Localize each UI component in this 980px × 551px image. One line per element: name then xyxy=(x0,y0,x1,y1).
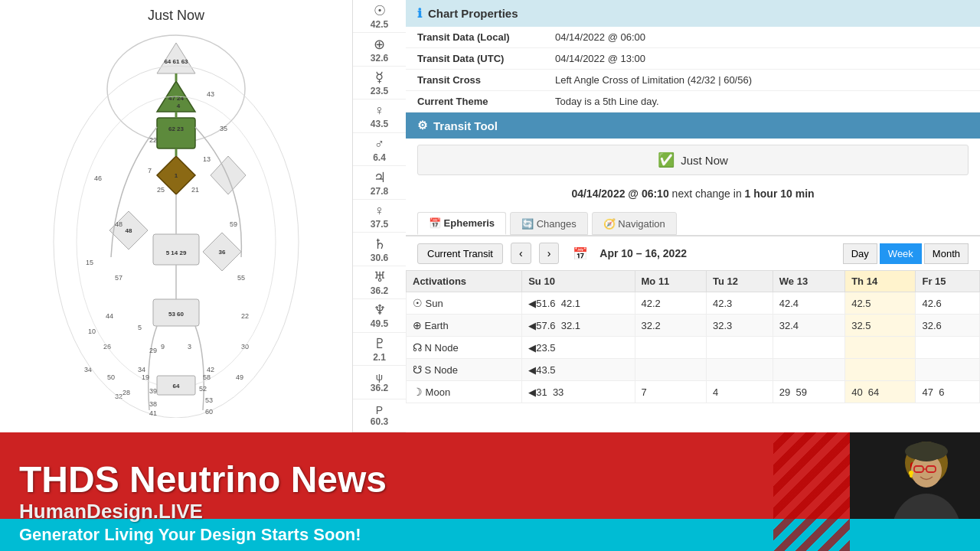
planet-uranus[interactable]: ♅ 36.2 xyxy=(353,266,406,299)
svg-text:5: 5 xyxy=(138,324,142,331)
planet-venus2[interactable]: ♀ 37.5 xyxy=(353,200,406,233)
svg-point-78 xyxy=(910,474,913,478)
ephemeris-table: Activations Su 10 Mo 11 Tu 12 We 13 Th 1… xyxy=(406,270,980,403)
sun-icon: ☉ xyxy=(374,2,386,19)
time-info: 04/14/2022 @ 06:10 next change in 1 hour… xyxy=(406,181,980,206)
col-fr15: Fr 15 xyxy=(916,271,980,292)
svg-text:15: 15 xyxy=(86,259,93,266)
transit-tool-header: ⚙ Transit Tool xyxy=(406,112,980,139)
val-sun-we13: 42.4 xyxy=(773,292,844,315)
svg-text:7: 7 xyxy=(148,167,152,174)
time-until: 1 hour 10 min xyxy=(745,187,815,200)
col-activations: Activations xyxy=(407,271,522,292)
mars-icon: ♂ xyxy=(374,136,385,152)
val-sun-fr15: 42.6 xyxy=(916,292,980,315)
val-earth-su10: ◀57.6 32.1 xyxy=(522,315,635,337)
current-transit-button[interactable]: Current Transit xyxy=(417,243,503,264)
chiron-icon: ψ xyxy=(376,371,383,383)
svg-text:9: 9 xyxy=(161,343,165,350)
svg-text:64: 64 xyxy=(173,383,180,390)
svg-text:55: 55 xyxy=(237,274,245,282)
val-sun-th14: 42.5 xyxy=(845,292,916,315)
pluto-number: 2.1 xyxy=(373,352,386,363)
mercury-icon: ☿ xyxy=(375,69,384,86)
planet-mercury[interactable]: ☿ 23.5 xyxy=(353,67,406,99)
prev-arrow-button[interactable]: ‹ xyxy=(511,243,531,264)
svg-text:35: 35 xyxy=(220,125,227,132)
val-nnode-we13 xyxy=(773,337,844,359)
view-day-button[interactable]: Day xyxy=(843,243,877,264)
planet-earth[interactable]: ⊕ 32.6 xyxy=(353,33,406,66)
venus-number: 43.5 xyxy=(371,119,388,129)
transit-utc-value: 04/14/2022 @ 13:00 xyxy=(555,53,645,64)
neptune-number: 49.5 xyxy=(371,318,388,329)
venus2-icon: ♀ xyxy=(374,203,385,219)
time-display: 04/14/2022 @ 06:10 xyxy=(571,187,668,200)
saturn-icon: ♄ xyxy=(374,236,386,253)
svg-text:21: 21 xyxy=(191,186,199,194)
planet-mars[interactable]: ♂ 6.4 xyxy=(353,133,406,166)
planet-sun[interactable]: ☉ 42.5 xyxy=(353,0,406,33)
planet-venus[interactable]: ♀ 43.5 xyxy=(353,99,406,132)
val-sun-mo11: 42.2 xyxy=(635,292,706,315)
neptune-icon: ♆ xyxy=(374,302,386,318)
svg-text:25: 25 xyxy=(157,186,165,194)
svg-text:64 61 63: 64 61 63 xyxy=(164,58,188,65)
transit-utc-row: Transit Data (UTC) 04/14/2022 @ 13:00 xyxy=(406,48,980,70)
planet-chiron[interactable]: ψ 36.2 xyxy=(353,366,406,399)
mars-number: 6.4 xyxy=(373,152,386,163)
next-change-label: next change in xyxy=(672,187,745,200)
svg-text:59: 59 xyxy=(230,220,237,228)
val-nnode-tu12 xyxy=(706,337,773,359)
transit-tool-section: ⚙ Transit Tool ✅ Just Now 04/14/2022 @ 0… xyxy=(406,112,980,403)
planet-neptune[interactable]: ♆ 49.5 xyxy=(353,299,406,332)
tab-changes[interactable]: 🔄 Changes xyxy=(510,212,588,235)
planet-saturn[interactable]: ♄ 30.6 xyxy=(353,233,406,266)
info-icon: ℹ xyxy=(417,6,422,21)
nav-bar: Current Transit ‹ › 📅 Apr 10 – 16, 2022 … xyxy=(406,236,980,270)
val-nnode-fr15 xyxy=(916,337,980,359)
svg-text:41: 41 xyxy=(149,409,157,417)
planet-jupiter[interactable]: ♃ 27.8 xyxy=(353,166,406,199)
svg-text:4: 4 xyxy=(177,103,181,109)
tab-ephemeris[interactable]: 📅 Ephemeris xyxy=(417,212,506,235)
view-week-button[interactable]: Week xyxy=(880,243,922,264)
val-sun-tu12: 42.3 xyxy=(706,292,773,315)
uranus-icon: ♅ xyxy=(374,269,386,285)
val-nnode-th14 xyxy=(845,337,916,359)
svg-text:1: 1 xyxy=(175,172,178,179)
planet-p[interactable]: P 60.3 xyxy=(353,399,406,432)
view-month-button[interactable]: Month xyxy=(924,243,969,264)
chiron-number: 36.2 xyxy=(371,383,388,393)
calendar-icon[interactable]: 📅 xyxy=(573,246,588,261)
table-row: ☋ S Node ◀43.5 xyxy=(407,359,980,381)
just-now-button[interactable]: ✅ Just Now xyxy=(417,145,969,175)
chart-properties-header: ℹ Chart Properties xyxy=(406,0,980,27)
svg-text:53: 53 xyxy=(205,396,213,404)
svg-text:39: 39 xyxy=(149,387,157,395)
svg-text:3: 3 xyxy=(188,343,191,350)
svg-text:52: 52 xyxy=(199,385,207,393)
val-snode-mo11 xyxy=(635,359,706,381)
mercury-number: 23.5 xyxy=(371,86,388,96)
tabs-bar: 📅 Ephemeris 🔄 Changes 🧭 Navigation xyxy=(406,206,980,236)
banner-subtitle: HumanDesign.LIVE xyxy=(19,500,831,523)
planet-cell-nnode: ☊ N Node xyxy=(407,337,522,359)
left-panel: Just Now 64 61 63 47 24 43 4 62 23 35 22 xyxy=(0,0,352,432)
tab-navigation[interactable]: 🧭 Navigation xyxy=(592,212,677,235)
col-su10: Su 10 xyxy=(522,271,635,292)
planet-pluto[interactable]: ♇ 2.1 xyxy=(353,333,406,366)
venus-icon: ♀ xyxy=(374,103,385,119)
view-buttons: Day Week Month xyxy=(843,243,969,264)
current-theme-label: Current Theme xyxy=(417,96,555,107)
next-arrow-button[interactable]: › xyxy=(539,243,560,264)
svg-text:44: 44 xyxy=(106,312,113,320)
p-icon: P xyxy=(376,404,383,416)
svg-text:62 23: 62 23 xyxy=(168,126,185,132)
val-earth-mo11: 32.2 xyxy=(635,315,706,337)
svg-text:29: 29 xyxy=(149,347,157,354)
val-moon-we13: 29 59 xyxy=(773,381,844,403)
val-earth-tu12: 32.3 xyxy=(706,315,773,337)
svg-text:34: 34 xyxy=(138,366,145,373)
jupiter-icon: ♃ xyxy=(374,169,386,186)
